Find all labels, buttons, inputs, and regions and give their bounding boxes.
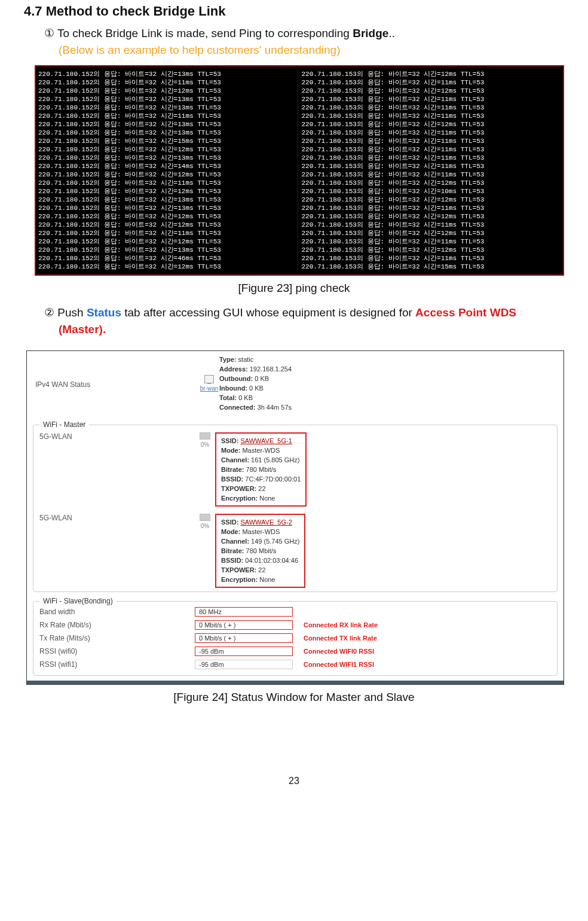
- wlan1-detail-box: SSID: SAWWAVE_5G-1 Mode: Master-WDS Chan…: [215, 432, 307, 507]
- wlan2-mode-value: Master-WDS: [240, 528, 280, 535]
- status-gui: IPv4 WAN Status br-wan Type: static Addr…: [26, 350, 564, 685]
- wlan1-encryption-label: Encryption:: [221, 495, 258, 502]
- step-1-hint: (Below is an example to help customers' …: [59, 44, 564, 57]
- signal-icon: [200, 514, 210, 521]
- wifi-master-fieldset: WiFi - Master 5G-WLAN 0% SSID: SAWWAVE_5…: [33, 420, 558, 592]
- step-2-master: (Master).: [59, 323, 564, 336]
- wlan2-encryption-label: Encryption:: [221, 576, 258, 583]
- wan-type-value: static: [237, 356, 254, 363]
- ping-column-right: 220.71.180.153의 응답: 바이트=32 시간=12ms TTL=5…: [298, 70, 561, 271]
- wifi-slave-fieldset: WiFi - Slave(Bonding) Band width 80 MHz …: [33, 597, 558, 676]
- wan-interface-icon: br-wan: [199, 375, 219, 392]
- tx-rate-note: Connected TX link Rate: [304, 635, 377, 642]
- wlan1-txpower-value: 22: [256, 485, 265, 492]
- section-number: 4.7: [24, 4, 42, 19]
- wlan1-signal-icon: 0%: [195, 432, 215, 449]
- rssi1-value: -95 dBm: [195, 660, 293, 669]
- wlan2-txpower-value: 22: [256, 566, 265, 574]
- device-icon: [204, 375, 214, 383]
- wlan1-bitrate-value: 780 Mbit/s: [244, 466, 277, 473]
- wifi-master-legend: WiFi - Master: [39, 420, 89, 429]
- wan-interface-link[interactable]: br-wan: [200, 385, 219, 392]
- step-2: ② Push Status tab after accessing GUI wh…: [44, 306, 564, 319]
- wlan2-label: 5G-WLAN: [39, 514, 195, 522]
- wlan2-bssid-label: BSSID:: [221, 557, 243, 564]
- wan-inbound-label: Inbound:: [219, 385, 247, 392]
- wan-type-label: Type:: [219, 356, 237, 363]
- wlan2-bitrate-value: 780 Mbit/s: [244, 547, 277, 554]
- wlan2-ssid-label: SSID:: [221, 519, 238, 526]
- wlan1-ssid-label: SSID:: [221, 437, 238, 444]
- step-2-text-a: Push: [54, 306, 87, 319]
- wifi-slave-legend: WiFi - Slave(Bonding): [39, 597, 117, 605]
- wan-total-label: Total:: [219, 394, 237, 401]
- wan-connected-label: Connected:: [219, 404, 256, 411]
- step-2-status: Status: [87, 306, 121, 319]
- tx-rate-value: 0 Mbit/s ( + ): [195, 633, 293, 643]
- wlan2-encryption-value: None: [258, 576, 275, 583]
- wlan1-bitrate-label: Bitrate:: [221, 466, 244, 473]
- wlan1-encryption-value: None: [258, 495, 275, 502]
- wan-status-block: Type: static Address: 192.168.1.254 Outb…: [219, 355, 558, 412]
- wlan2-detail-box: SSID: SAWWAVE_5G-2 Mode: Master-WDS Chan…: [215, 514, 305, 588]
- tx-rate-label: Tx Rate (Mits/s): [39, 634, 195, 642]
- figure-23-caption: [Figure 23] ping check: [24, 282, 564, 295]
- wlan2-txpower-label: TXPOWER:: [221, 566, 256, 574]
- rssi0-note: Connected WIFI0 RSSI: [304, 648, 374, 655]
- wan-inbound-value: 0 KB: [247, 385, 264, 392]
- bandwidth-value: 80 MHz: [195, 607, 293, 617]
- rx-rate-label: Rx Rate (Mbit/s): [39, 621, 195, 629]
- wlan2-mode-label: Mode:: [221, 528, 240, 535]
- step-2-master-text: (Master).: [59, 323, 106, 336]
- wan-address-label: Address:: [219, 365, 248, 373]
- step-1-text-a: To check Bridge Link is made, send Ping …: [54, 27, 353, 39]
- wan-outbound-label: Outbound:: [219, 375, 253, 382]
- ping-column-left: 220.71.180.152의 응답: 바이트=32 시간=13ms TTL=5…: [38, 70, 298, 271]
- wlan1-ssid-link[interactable]: SAWWAVE_5G-1: [240, 437, 292, 444]
- step-1-marker: ①: [44, 27, 54, 39]
- wlan1-label: 5G-WLAN: [39, 432, 195, 441]
- rssi0-label: RSSI (wifi0): [39, 647, 195, 655]
- section-title: Method to check Bridge Link: [46, 4, 226, 19]
- wan-outbound-value: 0 KB: [253, 375, 269, 382]
- wlan2-bssid-value: 04:01:02:03:04:46: [243, 557, 298, 564]
- section-heading: 4.7 Method to check Bridge Link: [24, 4, 564, 19]
- step-1-bridge: Bridge: [353, 27, 388, 39]
- rssi0-value: -95 dBm: [195, 646, 293, 656]
- step-1: ① To check Bridge Link is made, send Pin…: [44, 26, 564, 40]
- rx-rate-note: Connected RX link Rate: [304, 621, 378, 629]
- step-1-text-b: ..: [388, 27, 395, 39]
- rssi1-note: Connected WIFI1 RSSI: [304, 661, 374, 668]
- rssi1-label: RSSI (wifi1): [39, 660, 195, 669]
- wlan2-channel-value: 149 (5.745 GHz): [249, 538, 299, 545]
- wan-address-value: 192.168.1.254: [248, 365, 292, 373]
- wlan1-signal-pct: 0%: [201, 441, 209, 448]
- wlan1-bssid-label: BSSID:: [221, 475, 243, 483]
- ping-terminal: 220.71.180.152의 응답: 바이트=32 시간=13ms TTL=5…: [35, 65, 564, 276]
- wlan1-channel-value: 161 (5.805 GHz): [249, 456, 299, 463]
- wlan2-ssid-link[interactable]: SAWWAVE_5G-2: [240, 519, 292, 526]
- rx-rate-value: 0 Mbit/s ( + ): [195, 620, 293, 630]
- wan-connected-value: 3h 44m 57s: [256, 404, 292, 411]
- bandwidth-label: Band width: [39, 608, 195, 616]
- wlan1-mode-label: Mode:: [221, 447, 240, 454]
- step-2-text-b: tab after accessing GUI whose equipment …: [121, 306, 415, 319]
- wlan2-channel-label: Channel:: [221, 538, 249, 545]
- wlan2-signal-pct: 0%: [201, 523, 209, 529]
- signal-icon: [200, 432, 210, 440]
- step-2-apwds: Access Point WDS: [415, 306, 516, 319]
- wlan2-signal-icon: 0%: [195, 514, 215, 530]
- wlan1-channel-label: Channel:: [221, 456, 249, 463]
- figure-24-caption: [Figure 24] Status Window for Master and…: [24, 691, 564, 704]
- step-2-marker: ②: [44, 306, 54, 319]
- wlan1-bssid-value: 7C:4F:7D:00:00:01: [243, 475, 301, 483]
- wan-status-title: IPv4 WAN Status: [33, 374, 199, 392]
- wan-total-value: 0 KB: [237, 394, 253, 401]
- wlan1-mode-value: Master-WDS: [240, 447, 280, 454]
- wlan1-txpower-label: TXPOWER:: [221, 485, 256, 492]
- page-number: 23: [24, 776, 564, 786]
- wlan2-bitrate-label: Bitrate:: [221, 547, 244, 554]
